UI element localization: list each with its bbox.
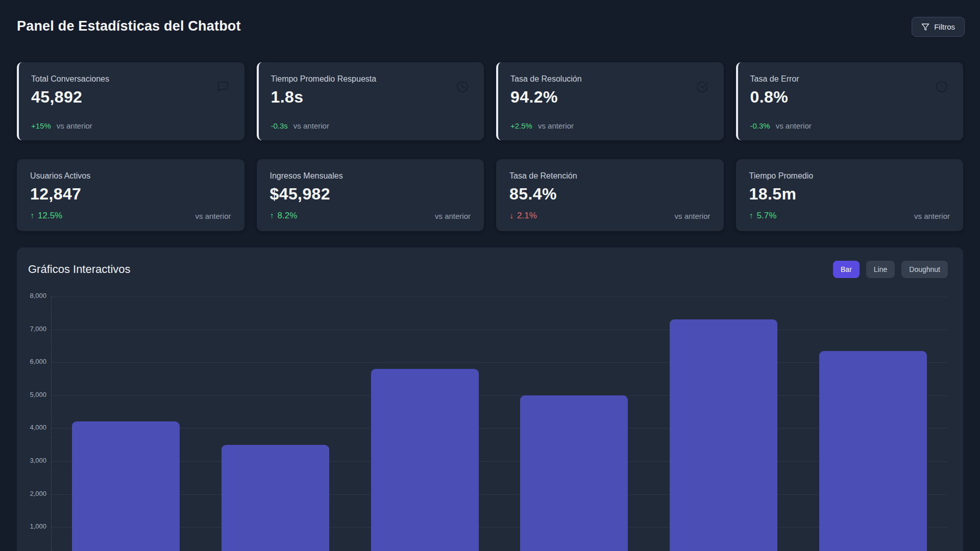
stat-card-compare-label: vs anterior — [57, 121, 92, 130]
charts-panel-title: Gráficos Interactivos — [28, 263, 131, 276]
check-circle-icon — [696, 81, 708, 93]
stat-card-label: Usuarios Activos — [30, 171, 231, 181]
stat-card-label: Tasa de Error — [750, 74, 950, 84]
stat-card-label: Total Conversaciones — [31, 74, 231, 84]
stat-card-value: 85.4% — [509, 185, 710, 204]
arrow-up-icon: ↑ — [270, 211, 274, 220]
y-axis-tick-label: 3,000 — [17, 457, 46, 464]
stat-card-label: Tiempo Promedio Respuesta — [271, 74, 471, 84]
y-axis-tick-label: 7,000 — [17, 325, 46, 333]
stat-card-trend: ↑ 8.2% — [270, 211, 298, 221]
chart-type-switcher: Bar Line Doughnut — [833, 261, 948, 278]
stat-card-change: 5.7% — [757, 211, 777, 221]
y-axis-tick-label: 8,000 — [17, 292, 46, 299]
stat-cards-row-primary: Total Conversaciones 45,892 +15% vs ante… — [17, 62, 963, 140]
stat-card-compare-label: vs anterior — [674, 212, 710, 220]
bar[interactable] — [72, 421, 180, 551]
arrow-down-icon: ↓ — [509, 211, 513, 220]
arrow-up-icon: ↑ — [30, 211, 34, 220]
stat-card-value: 12,847 — [30, 185, 231, 204]
gridline — [51, 461, 948, 462]
chart-type-button[interactable]: Line — [866, 261, 895, 278]
stat-card-value: 94.2% — [510, 88, 710, 107]
stat-card-label: Ingresos Mensuales — [270, 171, 471, 181]
y-axis-tick-label: 6,000 — [17, 358, 46, 365]
bar[interactable] — [819, 351, 927, 551]
stat-card-value: 0.8% — [750, 88, 950, 107]
stat-card: Tasa de Resolución 94.2% +2.5% vs anteri… — [496, 62, 724, 140]
gridline — [51, 330, 948, 330]
chart-type-button[interactable]: Bar — [833, 261, 860, 278]
stat-card: Total Conversaciones 45,892 +15% vs ante… — [17, 62, 244, 140]
filters-button-label: Filtros — [934, 22, 955, 31]
stat-card-value: 45,892 — [31, 88, 231, 107]
y-axis-tick-label: 2,000 — [17, 490, 46, 497]
stat-card: Tiempo Promedio 18.5m ↑ 5.7% vs anterior — [736, 159, 964, 231]
gridline — [51, 494, 948, 495]
gridline — [51, 362, 948, 363]
bar[interactable] — [670, 319, 777, 551]
y-axis-tick-label: 5,000 — [17, 391, 46, 398]
stat-card-compare-label: vs anterior — [538, 121, 574, 130]
stat-card-trend: ↑ 12.5% — [30, 211, 62, 221]
filters-button[interactable]: Filtros — [912, 17, 965, 37]
stat-card-trend: ↓ 2.1% — [509, 211, 537, 221]
arrow-up-icon: ↑ — [749, 211, 753, 220]
stat-card-compare-label: vs anterior — [914, 212, 950, 220]
bar[interactable] — [520, 395, 628, 551]
y-axis-tick-label: 1,000 — [17, 522, 46, 530]
stat-card-change: 12.5% — [38, 211, 62, 221]
filter-icon — [921, 23, 929, 31]
stat-card-change: 2.1% — [517, 211, 537, 221]
stat-card-compare-label: vs anterior — [435, 212, 471, 220]
stat-card-label: Tiempo Promedio — [749, 171, 950, 181]
stat-card-change: -0.3s — [271, 121, 288, 130]
charts-panel: 8,0007,0006,0005,0004,0003,0002,0001,000… — [17, 247, 963, 551]
y-axis-line — [51, 296, 52, 551]
stat-card: Usuarios Activos 12,847 ↑ 12.5% vs anter… — [17, 159, 244, 231]
stat-card-value: 1.8s — [271, 88, 471, 107]
chatbot-stats-dashboard: { "page": { "title": "Panel de Estadísti… — [0, 0, 980, 551]
message-square-icon — [217, 81, 229, 93]
stat-card-value: 18.5m — [749, 185, 950, 204]
y-axis-tick-label: 4,000 — [17, 423, 46, 431]
stat-card-change: 8.2% — [278, 211, 298, 221]
stat-card-value: $45,982 — [270, 185, 471, 204]
alert-circle-icon — [936, 81, 948, 93]
stat-card-compare-label: vs anterior — [293, 121, 329, 130]
charts-panel-header: Gráficos Interactivos Bar Line Doughnut — [17, 247, 963, 278]
bar[interactable] — [222, 445, 329, 551]
stat-card: Tasa de Error 0.8% -0.3% vs anterior — [736, 62, 964, 140]
bar[interactable] — [371, 369, 479, 551]
stat-card-trend: ↑ 5.7% — [749, 211, 777, 221]
gridline — [51, 296, 948, 297]
gridline — [51, 527, 948, 528]
stat-cards-row-secondary: Usuarios Activos 12,847 ↑ 12.5% vs anter… — [17, 159, 963, 231]
stat-card-compare-label: vs anterior — [195, 212, 231, 220]
stat-card-change: +2.5% — [510, 121, 532, 130]
stat-card: Ingresos Mensuales $45,982 ↑ 8.2% vs ant… — [257, 159, 484, 231]
stat-card-change: -0.3% — [750, 121, 770, 130]
stat-card-label: Tasa de Retención — [509, 171, 710, 181]
stat-card-compare-label: vs anterior — [776, 121, 812, 130]
page-title: Panel de Estadísticas del Chatbot — [17, 18, 241, 34]
stat-card: Tiempo Promedio Respuesta 1.8s -0.3s vs … — [257, 62, 484, 140]
stat-card: Tasa de Retención 85.4% ↓ 2.1% vs anteri… — [496, 159, 724, 231]
stat-card-label: Tasa de Resolución — [510, 74, 710, 84]
bar-chart: 8,0007,0006,0005,0004,0003,0002,0001,000 — [17, 247, 963, 551]
gridline — [51, 395, 948, 396]
gridline — [51, 428, 948, 429]
chart-type-button[interactable]: Doughnut — [901, 261, 948, 278]
clock-icon — [456, 81, 469, 93]
stat-card-change: +15% — [31, 121, 51, 130]
